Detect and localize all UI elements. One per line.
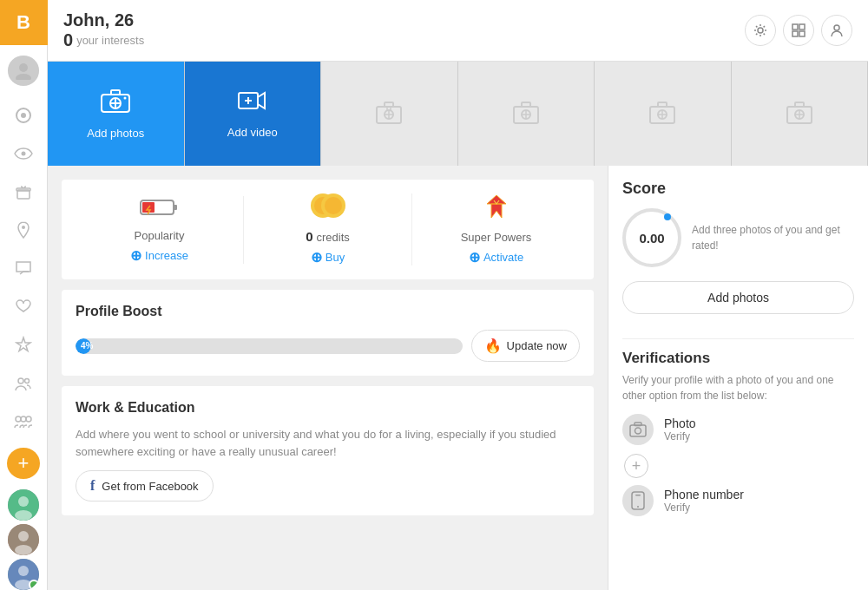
interests-row: 0 your interests <box>63 30 144 50</box>
settings-button[interactable] <box>745 15 776 46</box>
sidebar-icon-gifts[interactable] <box>7 176 40 207</box>
svg-point-51 <box>325 197 342 214</box>
svg-rect-25 <box>792 31 798 36</box>
superpowers-plus-icon: ⊕ <box>469 249 480 266</box>
superpowers-activate-action[interactable]: ⊕ Activate <box>469 249 523 266</box>
gear-icon <box>753 23 767 37</box>
coins-icon <box>309 193 347 224</box>
verifications-title: Verifications <box>622 350 854 367</box>
profile-header: John, 26 0 your interests <box>48 0 868 62</box>
svg-point-11 <box>26 416 31 422</box>
app-logo: B <box>0 0 48 45</box>
boost-bar-container: 4% <box>76 338 463 354</box>
svg-point-8 <box>18 378 23 384</box>
credits-count: 0 <box>306 229 312 244</box>
user-photo-1[interactable] <box>8 489 39 521</box>
credits-action-label: Buy <box>326 251 345 264</box>
boost-bar-row: 4% 🔥 Update now <box>76 330 580 362</box>
svg-point-0 <box>19 63 28 72</box>
camera-icon-4 <box>512 101 540 128</box>
add-video-tab[interactable]: Add video <box>185 62 322 166</box>
user-photo-3[interactable] <box>8 559 39 590</box>
svg-rect-41 <box>658 102 667 107</box>
camera-plus-icon <box>100 88 131 120</box>
get-from-facebook-button[interactable]: f Get from Facebook <box>76 470 214 502</box>
phone-verify-action[interactable]: Verify <box>664 502 744 514</box>
score-row: 0.00 Add three photos of you and get rat… <box>622 208 854 267</box>
svg-point-9 <box>25 378 30 383</box>
grid-button[interactable] <box>783 15 814 46</box>
photo-slot-3[interactable] <box>321 62 458 166</box>
svg-rect-54 <box>635 423 641 426</box>
facebook-icon: f <box>90 478 95 494</box>
sidebar-icon-eye[interactable] <box>7 138 40 169</box>
right-panel: Score 0.00 Add three photos of you and g… <box>608 166 868 590</box>
svg-rect-52 <box>630 425 646 436</box>
svg-point-4 <box>22 151 26 155</box>
svg-rect-23 <box>792 24 798 30</box>
sidebar-icon-star[interactable] <box>7 329 40 360</box>
photo-slot-5[interactable] <box>595 62 732 166</box>
score-title: Score <box>622 180 854 198</box>
fb-button-label: Get from Facebook <box>102 480 198 493</box>
superpowers-label: Super Powers <box>461 231 532 244</box>
photo-slot-4[interactable] <box>458 62 595 166</box>
header-actions <box>745 15 852 46</box>
sidebar-icon-people[interactable] <box>7 406 40 437</box>
sidebar-icon-heart[interactable] <box>7 291 40 322</box>
svg-rect-57 <box>635 495 641 496</box>
popularity-increase-action[interactable]: ⊕ Increase <box>130 247 188 264</box>
phone-verify-icon <box>622 485 654 516</box>
add-photos-button[interactable]: Add photos <box>622 281 854 314</box>
svg-point-1 <box>16 74 31 80</box>
sidebar-icon-visitors[interactable] <box>7 368 40 399</box>
add-verification-button[interactable]: + <box>624 454 648 478</box>
svg-rect-35 <box>385 102 393 107</box>
photo-verify-name: Photo <box>664 416 696 430</box>
verification-phone-item: Phone number Verify <box>622 485 854 516</box>
left-panel: Popularity ⊕ Increase <box>48 166 608 590</box>
update-now-button[interactable]: 🔥 Update now <box>471 330 580 362</box>
svg-rect-38 <box>522 102 530 107</box>
phone-verify-info: Phone number Verify <box>664 488 744 514</box>
boost-bar-fill: 4% <box>76 338 91 354</box>
svg-point-31 <box>124 97 127 100</box>
svg-point-27 <box>834 25 839 30</box>
svg-point-22 <box>758 28 763 33</box>
grid-icon <box>792 23 806 37</box>
svg-point-53 <box>635 428 641 434</box>
svg-rect-26 <box>799 31 805 36</box>
score-value: 0.00 <box>639 231 664 246</box>
sidebar-icon-chat[interactable] <box>7 252 40 284</box>
profile-button[interactable] <box>821 15 852 46</box>
boost-percent-label: 4% <box>81 341 93 351</box>
add-photos-label: Add photos <box>87 127 144 140</box>
photo-verify-action[interactable]: Verify <box>664 430 696 442</box>
main-content: John, 26 0 your interests <box>48 0 868 590</box>
add-photos-tab[interactable]: Add photos <box>48 62 185 166</box>
person-icon <box>830 23 844 37</box>
credits-plus-icon: ⊕ <box>311 249 322 266</box>
sidebar-icon-discover[interactable] <box>7 100 40 131</box>
credits-buy-action[interactable]: ⊕ Buy <box>311 249 345 266</box>
update-now-label: Update now <box>507 339 567 352</box>
svg-point-20 <box>18 566 29 576</box>
superpowers-action-label: Activate <box>483 251 523 264</box>
svg-point-12 <box>21 416 26 422</box>
svg-point-7 <box>22 226 25 229</box>
svg-rect-47 <box>174 205 177 210</box>
profile-boost-title: Profile Boost <box>76 304 580 319</box>
work-education-description: Add where you went to school or universi… <box>76 426 580 460</box>
svg-point-3 <box>21 113 26 118</box>
svg-point-15 <box>15 510 32 521</box>
credits-label: credits <box>317 231 350 244</box>
user-photo-2[interactable] <box>8 524 39 555</box>
user-photos-list <box>8 489 39 590</box>
sidebar-icon-location[interactable] <box>7 214 40 246</box>
add-button[interactable]: + <box>7 448 40 479</box>
photo-slot-6[interactable] <box>732 62 869 166</box>
add-video-label: Add video <box>227 126 278 139</box>
photo-verify-info: Photo Verify <box>664 416 696 442</box>
avatar[interactable] <box>8 56 39 85</box>
work-education-title: Work & Education <box>76 400 580 416</box>
